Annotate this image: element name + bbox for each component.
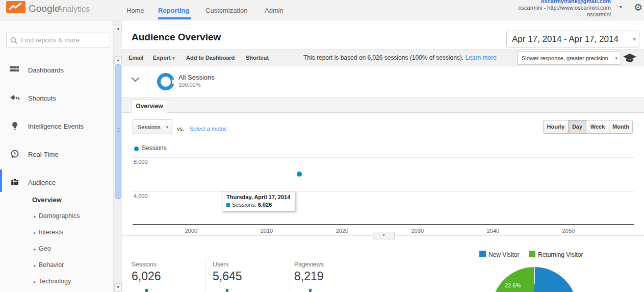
segment-expand-chevron-icon[interactable] bbox=[131, 77, 140, 83]
segment-card-left-border bbox=[148, 66, 148, 98]
pageviews-sparkline bbox=[309, 289, 312, 292]
sessions-sparkline bbox=[145, 289, 148, 292]
sessions-data-point[interactable] bbox=[297, 172, 302, 177]
account-email[interactable]: oscarmyfrank@gmail.com bbox=[541, 0, 611, 4]
report-basis-label: This report is based on 6,026 sessions (… bbox=[303, 54, 463, 61]
users-sparkline bbox=[226, 289, 228, 292]
y-tick: 8,000 bbox=[134, 159, 148, 165]
tooltip-date: Thursday, April 17, 2014 bbox=[226, 194, 291, 200]
segment-donut-notch bbox=[172, 80, 175, 84]
scrollbar-thumb[interactable] bbox=[115, 64, 121, 199]
caret-up-icon: ▴ bbox=[117, 58, 119, 62]
series-legend-label: Sessions bbox=[142, 144, 167, 152]
x-tick: 2040 bbox=[478, 228, 508, 234]
nav-customization[interactable]: Customization bbox=[205, 7, 247, 14]
stat-pageviews-label[interactable]: Pageviews bbox=[294, 261, 324, 268]
email-button[interactable]: Email bbox=[128, 55, 143, 61]
caret-right-icon: ▸ bbox=[34, 279, 36, 284]
x-tick: 2000 bbox=[176, 228, 207, 234]
segment-name[interactable]: All Sessions bbox=[178, 74, 215, 81]
sub-item-label: Overview bbox=[32, 196, 62, 204]
caret-down-icon: ▾ bbox=[172, 56, 175, 61]
gridline-8000 bbox=[133, 157, 634, 158]
search-icon bbox=[10, 37, 18, 44]
scrollbar-up-button[interactable]: ▴ bbox=[114, 56, 122, 64]
series-swatch-icon bbox=[226, 203, 230, 207]
metric-select-dropdown[interactable]: Sessions ▾ bbox=[133, 119, 172, 134]
new-visitor-swatch-icon bbox=[479, 251, 486, 257]
shortcut-arrow-icon bbox=[10, 93, 19, 103]
caret-left-icon: ◂ bbox=[117, 26, 119, 31]
granularity-day-button[interactable]: Day bbox=[568, 120, 586, 133]
precision-dropdown[interactable]: Slower response, greater precision ▾ bbox=[517, 52, 621, 65]
sub-item-label: Geo bbox=[39, 245, 51, 252]
active-tab-underline bbox=[158, 17, 191, 19]
scrollbar-grip bbox=[117, 128, 120, 132]
sidebar-sub-behavior[interactable]: ▸ Behavior bbox=[0, 260, 113, 273]
graduation-cap-icon[interactable] bbox=[623, 53, 636, 64]
sidebar-item-intelligence-events[interactable]: Intelligence Events bbox=[0, 119, 113, 134]
sidebar-sub-geo[interactable]: ▸ Geo bbox=[0, 244, 113, 256]
sidebar-item-real-time[interactable]: Real-Time bbox=[0, 147, 113, 162]
collapse-caret-icon: ▼ bbox=[382, 233, 385, 237]
sidebar-item-audience[interactable]: Audience bbox=[0, 175, 113, 190]
nav-reporting[interactable]: Reporting bbox=[158, 7, 189, 14]
x-axis-line bbox=[133, 224, 634, 225]
pie-slice-percent-label: 22.6% bbox=[505, 282, 521, 288]
learn-more-link[interactable]: Learn more bbox=[466, 54, 497, 61]
sidebar-sub-demographics[interactable]: ▸ Demographics bbox=[0, 211, 113, 224]
report-search-box[interactable] bbox=[6, 33, 110, 47]
caret-right-icon: ▸ bbox=[34, 214, 36, 219]
granularity-hourly-button[interactable]: Hourly bbox=[544, 120, 568, 133]
sidebar: Dashboards Shortcuts Intelligence Events… bbox=[0, 20, 113, 292]
sidebar-item-shortcuts[interactable]: Shortcuts bbox=[0, 91, 113, 106]
timeline-collapse-handle[interactable]: ▼ bbox=[373, 232, 395, 239]
nav-admin[interactable]: Admin bbox=[265, 7, 284, 14]
stat-users-label[interactable]: Users bbox=[213, 261, 228, 268]
sidebar-sub-technology[interactable]: ▸ Technology bbox=[0, 277, 113, 289]
shortcut-button[interactable]: Shortcut bbox=[246, 55, 269, 61]
date-range-value: Apr 17, 2014 - Apr 17, 2014 bbox=[512, 34, 619, 44]
caret-down-icon: ▾ bbox=[615, 56, 617, 61]
sidebar-collapse-button[interactable]: ◂ bbox=[114, 25, 122, 33]
nav-home[interactable]: Home bbox=[126, 7, 144, 14]
sidebar-sub-interests[interactable]: ▸ Interests bbox=[0, 228, 113, 240]
sub-item-label: Technology bbox=[39, 278, 71, 285]
scrollbar-down-button[interactable]: ▾ bbox=[114, 283, 122, 291]
tooltip-metric-row: Sessions: 6,026 bbox=[226, 202, 291, 208]
vs-label: vs. bbox=[177, 126, 184, 132]
returning-visitor-swatch-icon bbox=[529, 251, 535, 257]
sidebar-item-label: Real-Time bbox=[28, 151, 58, 158]
account-caret-icon[interactable]: ▾ bbox=[620, 4, 622, 10]
caret-right-icon: ▸ bbox=[34, 263, 36, 268]
sub-item-label: Demographics bbox=[39, 212, 80, 220]
gear-icon[interactable]: ⚙ bbox=[634, 2, 642, 13]
returning-visitor-legend-label: Returning Visitor bbox=[538, 251, 583, 258]
grid-icon bbox=[10, 65, 19, 75]
caret-down-icon: ▾ bbox=[633, 36, 636, 42]
stat-separator bbox=[205, 259, 206, 292]
people-icon bbox=[10, 178, 19, 187]
gridline-4000 bbox=[133, 191, 634, 192]
sidebar-item-dashboards[interactable]: Dashboards bbox=[0, 63, 113, 78]
select-a-metric-link[interactable]: Select a metric bbox=[190, 126, 227, 132]
top-nav-bar: Google Analytics Home Reporting Customiz… bbox=[0, 0, 644, 20]
add-to-dashboard-button[interactable]: Add to Dashboard bbox=[186, 55, 235, 61]
tab-overview[interactable]: Overview bbox=[132, 99, 167, 113]
analytics-logo-icon[interactable] bbox=[6, 1, 25, 13]
segment-percent: 100.00% bbox=[178, 82, 200, 88]
x-tick: 2030 bbox=[402, 228, 433, 234]
export-button[interactable]: Export ▾ bbox=[153, 55, 174, 61]
brand-google: Google bbox=[29, 3, 60, 14]
granularity-week-button[interactable]: Week bbox=[586, 120, 609, 133]
page-title: Audience Overview bbox=[132, 32, 221, 43]
granularity-month-button[interactable]: Month bbox=[609, 120, 632, 133]
search-input[interactable] bbox=[21, 34, 108, 46]
stat-pageviews-value: 8,219 bbox=[294, 270, 324, 283]
stat-sessions-value: 6,026 bbox=[132, 270, 161, 283]
sidebar-sub-overview[interactable]: Overview bbox=[0, 195, 113, 207]
account-property[interactable]: oscarmini - http://www.oscarmini.com bbox=[518, 5, 611, 11]
stat-sessions-label[interactable]: Sessions bbox=[132, 261, 157, 268]
date-range-selector[interactable]: Apr 17, 2014 - Apr 17, 2014 ▾ bbox=[506, 31, 639, 47]
caret-down-icon: ▾ bbox=[117, 285, 119, 289]
